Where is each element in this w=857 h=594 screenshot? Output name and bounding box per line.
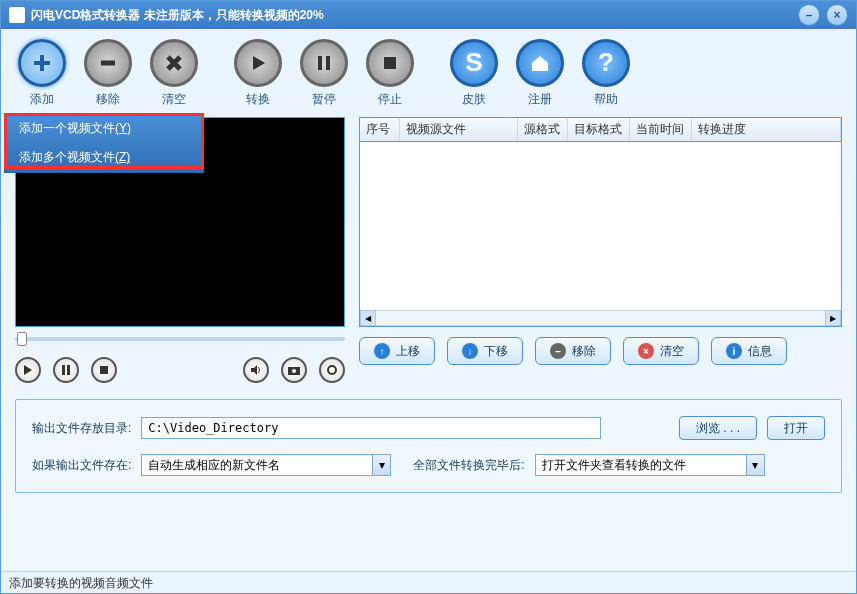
exists-label: 如果输出文件存在: (32, 457, 131, 474)
move-down-button[interactable]: ↓下移 (447, 337, 523, 365)
window-title: 闪电VCD格式转换器 未注册版本，只能转换视频的20% (31, 7, 324, 24)
clear-button[interactable]: 清空 (143, 39, 205, 108)
minus-icon: – (550, 343, 566, 359)
pause-icon (314, 53, 334, 73)
chevron-down-icon: ▾ (372, 455, 390, 475)
register-button[interactable]: 注册 (509, 39, 571, 108)
minus-icon (96, 51, 120, 75)
pause-button[interactable]: 暂停 (293, 39, 355, 108)
horizontal-scrollbar[interactable]: ◀ ▶ (360, 310, 841, 326)
outdir-input[interactable] (141, 417, 601, 439)
up-arrow-icon: ↑ (374, 343, 390, 359)
open-button[interactable]: 打开 (767, 416, 825, 440)
col-dstfmt[interactable]: 目标格式 (568, 118, 630, 141)
file-table: 序号 视频源文件 源格式 目标格式 当前时间 转换进度 ◀ ▶ (359, 117, 842, 327)
svg-rect-5 (100, 366, 108, 374)
plus-icon (30, 51, 54, 75)
scroll-left-arrow[interactable]: ◀ (360, 310, 376, 326)
volume-button[interactable] (243, 357, 269, 383)
scroll-right-arrow[interactable]: ▶ (825, 310, 841, 326)
skin-button[interactable]: S 皮肤 (443, 39, 505, 108)
expand-icon (326, 364, 338, 376)
pause-icon (61, 365, 71, 375)
seek-slider[interactable] (15, 337, 345, 341)
col-progress[interactable]: 转换进度 (692, 118, 841, 141)
svg-point-7 (292, 369, 296, 373)
col-index[interactable]: 序号 (360, 118, 400, 141)
table-body[interactable] (360, 142, 841, 310)
info-button[interactable]: i信息 (711, 337, 787, 365)
app-icon (9, 7, 25, 23)
svg-rect-4 (67, 365, 70, 375)
col-source[interactable]: 视频源文件 (400, 118, 518, 141)
output-panel: 输出文件存放目录: 浏览 . . . 打开 如果输出文件存在: 自动生成相应的新… (15, 399, 842, 493)
add-button[interactable]: 添加 (11, 39, 73, 108)
seek-thumb[interactable] (17, 332, 27, 346)
move-up-button[interactable]: ↑上移 (359, 337, 435, 365)
col-time[interactable]: 当前时间 (630, 118, 692, 141)
svg-rect-0 (318, 56, 322, 70)
app-window: 闪电VCD格式转换器 未注册版本，只能转换视频的20% – × 添加 移除 清空… (0, 0, 857, 594)
svg-rect-1 (326, 56, 330, 70)
x-icon (162, 51, 186, 75)
help-button[interactable]: ? 帮助 (575, 39, 637, 108)
list-clear-button[interactable]: ×清空 (623, 337, 699, 365)
after-combo[interactable]: 打开文件夹查看转换的文件 ▾ (535, 454, 765, 476)
svg-point-8 (328, 366, 336, 374)
preview-pause-button[interactable] (53, 357, 79, 383)
toolbar: 添加 移除 清空 转换 暂停 停止 S 皮肤 (1, 29, 856, 117)
exists-combo[interactable]: 自动生成相应的新文件名 ▾ (141, 454, 391, 476)
home-icon (528, 51, 552, 75)
chevron-down-icon: ▾ (746, 455, 764, 475)
status-text: 添加要转换的视频音频文件 (9, 576, 153, 590)
play-icon (248, 53, 268, 73)
camera-icon (288, 365, 300, 375)
svg-rect-2 (384, 57, 396, 69)
add-dropdown-menu: 添加一个视频文件(Y) 添加多个视频文件(Z) (4, 113, 204, 173)
menu-item-add-one[interactable]: 添加一个视频文件(Y) (5, 114, 203, 143)
outdir-label: 输出文件存放目录: (32, 420, 131, 437)
fullscreen-button[interactable] (319, 357, 345, 383)
titlebar: 闪电VCD格式转换器 未注册版本，只能转换视频的20% – × (1, 1, 856, 29)
snapshot-button[interactable] (281, 357, 307, 383)
svg-rect-3 (62, 365, 65, 375)
play-icon (23, 365, 33, 375)
remove-button[interactable]: 移除 (77, 39, 139, 108)
stop-icon (99, 365, 109, 375)
close-button[interactable]: × (826, 4, 848, 26)
info-icon: i (726, 343, 742, 359)
menu-item-add-many[interactable]: 添加多个视频文件(Z) (5, 143, 203, 172)
question-icon: ? (598, 47, 614, 78)
col-srcfmt[interactable]: 源格式 (518, 118, 568, 141)
volume-icon (250, 364, 262, 376)
x-icon: × (638, 343, 654, 359)
minimize-button[interactable]: – (798, 4, 820, 26)
after-label: 全部文件转换完毕后: (413, 457, 524, 474)
convert-button[interactable]: 转换 (227, 39, 289, 108)
list-remove-button[interactable]: –移除 (535, 337, 611, 365)
stop-button[interactable]: 停止 (359, 39, 421, 108)
statusbar: 添加要转换的视频音频文件 (1, 571, 856, 593)
stop-icon (380, 53, 400, 73)
browse-button[interactable]: 浏览 . . . (679, 416, 757, 440)
skin-icon: S (465, 47, 482, 78)
down-arrow-icon: ↓ (462, 343, 478, 359)
preview-stop-button[interactable] (91, 357, 117, 383)
preview-play-button[interactable] (15, 357, 41, 383)
